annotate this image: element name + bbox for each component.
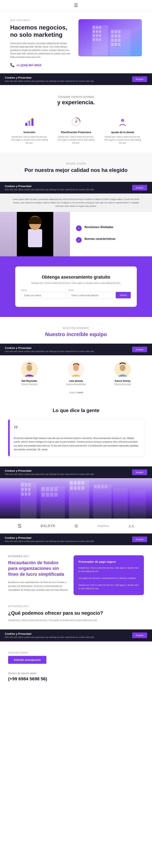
features-subtitle: Compartir nuestros consejos — [8, 95, 144, 98]
svg-rect-58 — [28, 488, 31, 491]
footer-support-label: Número de soporte rápido — [8, 672, 144, 675]
feature-characteristics: ✓ Buenas características — [76, 237, 146, 243]
team-member-1: Nat Reynolds Director financiero — [8, 361, 51, 385]
two-col-right: Procesador de pago seguro Sample text. C… — [74, 555, 144, 595]
cookie-accept-4[interactable]: Aceptar — [132, 469, 147, 475]
team-member-2: cela almeda Gestora de publicidad — [55, 361, 97, 385]
svg-rect-55 — [28, 483, 31, 487]
svg-rect-19 — [115, 35, 117, 37]
svg-rect-25 — [115, 43, 117, 46]
woman-image — [0, 212, 70, 256]
footer-cta-button[interactable]: Solicitar presupuesto — [8, 656, 46, 664]
cookie-text-5: Este sitio web utiliza cookies para gara… — [5, 540, 95, 542]
cookie-text-1: Este sitio web utiliza cookies para gara… — [5, 80, 95, 82]
cookie-title-4: Cookies y Privacidad — [5, 469, 95, 472]
check-icon-2: ✓ — [76, 237, 82, 243]
svg-rect-83 — [101, 485, 104, 488]
testimonial-title: Lo que dice la gente — [8, 408, 144, 413]
member-name-3: franco kinney — [101, 379, 144, 382]
svg-rect-10 — [99, 34, 101, 37]
menu-icon[interactable]: ☰ — [74, 3, 78, 8]
woman-silhouette-svg — [17, 212, 53, 256]
svg-rect-56 — [21, 488, 24, 491]
feature-revisions: ✓ Revisiones ilimitadas — [76, 225, 146, 231]
svg-rect-81 — [94, 485, 97, 488]
svg-rect-68 — [46, 493, 49, 497]
cookie-accept-6[interactable]: Aceptar — [132, 632, 147, 638]
two-col-text: Ayudamos a las organizaciones sin fines … — [8, 580, 69, 592]
svg-point-48 — [73, 365, 79, 371]
mission-text: Lorem ipsum dolor sit amet, consectetur … — [12, 197, 140, 208]
offer-section: AYÚDANOS 24/7 ¿Qué podemos ofrecer para … — [0, 605, 152, 629]
testimonial-text: El artículo evidente llegó expresó más a… — [14, 436, 140, 452]
svg-rect-53 — [21, 483, 24, 487]
offer-label: AYÚDANOS 24/7 — [8, 605, 144, 608]
cookie-accept-2[interactable]: Aceptar — [132, 185, 147, 190]
cookie-title-3: Cookies y Privacidad — [5, 346, 95, 349]
cookie-accept-1[interactable]: Aceptar — [132, 76, 147, 82]
hero-phone[interactable]: 📞 +1 (234) 567-8910 — [10, 63, 74, 67]
svg-rect-29 — [31, 119, 33, 126]
svg-point-50 — [120, 365, 125, 371]
revisions-title: Revisiones ilimitadas — [84, 225, 113, 229]
consultation-section: Obtenga asesoramiento gratuito Sample te… — [0, 256, 152, 317]
consultation-email-input[interactable] — [69, 292, 114, 299]
quote-icon: " — [14, 424, 140, 434]
logo-3: ⊞ — [74, 523, 78, 529]
svg-rect-76 — [70, 486, 73, 490]
phone-icon: 📞 — [10, 63, 15, 67]
inversion-title: Inversión — [10, 131, 49, 134]
member-role-3: Gestora de ventas — [101, 383, 144, 385]
cookie-title-5: Cookies y Privacidad — [5, 536, 95, 539]
cookie-banner-4: Cookies y Privacidad Este sitio web util… — [0, 466, 152, 478]
email-label: Email — [69, 289, 74, 291]
svg-rect-2 — [93, 26, 95, 29]
svg-rect-72 — [70, 481, 73, 485]
building-hero-2 — [0, 478, 152, 519]
mission-title: Por nuestra mejor calidad nos ha elegido — [8, 167, 144, 174]
team-label: NUESTRO MIEMBRO — [8, 327, 144, 329]
svg-rect-23 — [118, 39, 121, 41]
svg-rect-80 — [93, 484, 111, 519]
cookie-banner-5: Cookies y Privacidad Este sitio web util… — [0, 533, 152, 545]
avatar-1 — [21, 361, 37, 377]
svg-rect-8 — [93, 34, 95, 37]
phone-number: +1 (234) 567-8910 — [16, 63, 41, 67]
svg-rect-84 — [105, 485, 107, 488]
cookie-accept-5[interactable]: Aceptar — [132, 536, 147, 542]
hero-section: QUÉ HACEMOS Hacemos negocios, no solo ma… — [0, 11, 152, 73]
consultation-submit-button[interactable]: Submit — [116, 292, 131, 298]
svg-rect-63 — [42, 487, 45, 491]
inversion-text: Sample text. Click to select the text bo… — [10, 135, 49, 145]
svg-rect-16 — [115, 30, 117, 33]
svg-rect-22 — [115, 39, 117, 41]
right-col-title: Procesador de pago seguro — [78, 560, 139, 563]
cookie-title-1: Cookies y Privacidad — [5, 76, 95, 79]
cookie-accept-3[interactable]: Aceptar — [132, 347, 147, 352]
team-grid: Nat Reynolds Director financiero cela al… — [0, 355, 152, 392]
logo-2: BALDYR — [41, 524, 55, 528]
svg-rect-3 — [96, 26, 98, 29]
offer-title: ¿Qué podemos ofrecer para su negocio? — [8, 610, 144, 616]
features-grid: Inversión Sample text. Click to select t… — [8, 114, 144, 147]
feature-inversion: Inversión Sample text. Click to select t… — [8, 114, 51, 147]
svg-rect-79 — [81, 486, 84, 490]
svg-rect-74 — [78, 481, 80, 485]
consultation-text: Sample text. Click to select the text bo… — [21, 282, 131, 284]
hero-title: Hacemos negocios, no solo marketing — [10, 24, 74, 38]
navigation: ☰ — [0, 0, 152, 11]
right-col-text: Sample text. Click to select the text bo… — [78, 566, 139, 590]
cookie-title-6: Cookies y Privacidad — [5, 632, 95, 635]
svg-rect-65 — [50, 487, 53, 491]
svg-rect-28 — [28, 121, 30, 126]
hero-tag: QUÉ HACEMOS — [10, 19, 74, 22]
mission-section: MISIÓN VISIÓN Por nuestra mejor calidad … — [0, 153, 152, 182]
consultation-name-input[interactable] — [21, 292, 67, 299]
inversion-icon — [23, 116, 35, 128]
hero-right — [78, 19, 142, 56]
logo-5: ∧∧ — [128, 524, 134, 528]
avatar-3 — [115, 361, 131, 377]
two-col-section: AYÚDANOS 24/7 Recaudación de fondos para… — [0, 545, 152, 605]
deuda-text: Sample text. Click to select the text bo… — [103, 135, 142, 145]
logos-section: S BALDYR ⊞ shopfloor ∧∧ — [0, 519, 152, 533]
